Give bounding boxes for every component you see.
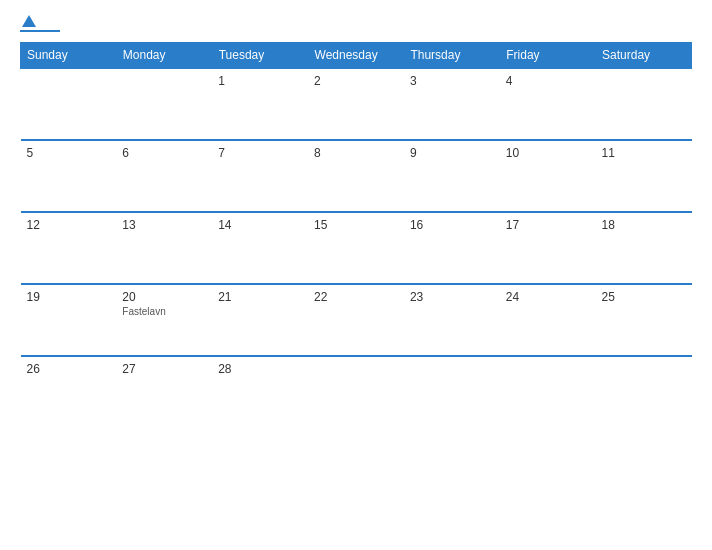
calendar-cell: 13 xyxy=(116,212,212,284)
calendar-cell: 3 xyxy=(404,68,500,140)
calendar-cell: 5 xyxy=(21,140,117,212)
logo xyxy=(20,15,60,32)
calendar-cell: 22 xyxy=(308,284,404,356)
logo-triangle-icon xyxy=(22,15,36,27)
calendar-table: SundayMondayTuesdayWednesdayThursdayFrid… xyxy=(20,42,692,428)
weekday-header-saturday: Saturday xyxy=(596,43,692,69)
calendar-cell: 4 xyxy=(500,68,596,140)
day-number: 13 xyxy=(122,218,135,232)
day-number: 15 xyxy=(314,218,327,232)
calendar-cell: 23 xyxy=(404,284,500,356)
day-number: 27 xyxy=(122,362,135,376)
calendar-container: SundayMondayTuesdayWednesdayThursdayFrid… xyxy=(0,0,712,550)
weekday-header: SundayMondayTuesdayWednesdayThursdayFrid… xyxy=(21,43,692,69)
calendar-cell xyxy=(500,356,596,428)
weekday-header-monday: Monday xyxy=(116,43,212,69)
calendar-cell: 18 xyxy=(596,212,692,284)
calendar-cell: 15 xyxy=(308,212,404,284)
calendar-cell: 24 xyxy=(500,284,596,356)
day-number: 3 xyxy=(410,74,417,88)
logo-line xyxy=(20,30,60,32)
calendar-cell: 19 xyxy=(21,284,117,356)
day-number: 5 xyxy=(27,146,34,160)
calendar-week-row: 567891011 xyxy=(21,140,692,212)
day-number: 25 xyxy=(602,290,615,304)
calendar-cell: 1 xyxy=(212,68,308,140)
calendar-cell: 25 xyxy=(596,284,692,356)
day-number: 22 xyxy=(314,290,327,304)
day-number: 7 xyxy=(218,146,225,160)
day-number: 18 xyxy=(602,218,615,232)
calendar-cell xyxy=(596,356,692,428)
calendar-cell: 7 xyxy=(212,140,308,212)
calendar-cell: 2 xyxy=(308,68,404,140)
calendar-cell: 21 xyxy=(212,284,308,356)
holiday-label: Fastelavn xyxy=(122,306,206,317)
calendar-cell: 11 xyxy=(596,140,692,212)
calendar-week-row: 12131415161718 xyxy=(21,212,692,284)
day-number: 4 xyxy=(506,74,513,88)
calendar-cell xyxy=(596,68,692,140)
day-number: 8 xyxy=(314,146,321,160)
day-number: 6 xyxy=(122,146,129,160)
day-number: 10 xyxy=(506,146,519,160)
day-number: 9 xyxy=(410,146,417,160)
weekday-header-wednesday: Wednesday xyxy=(308,43,404,69)
day-number: 24 xyxy=(506,290,519,304)
weekday-header-thursday: Thursday xyxy=(404,43,500,69)
calendar-header-row: SundayMondayTuesdayWednesdayThursdayFrid… xyxy=(21,43,692,69)
day-number: 21 xyxy=(218,290,231,304)
calendar-cell: 20Fastelavn xyxy=(116,284,212,356)
calendar-cell xyxy=(404,356,500,428)
day-number: 28 xyxy=(218,362,231,376)
calendar-cell: 6 xyxy=(116,140,212,212)
calendar-cell: 14 xyxy=(212,212,308,284)
calendar-week-row: 262728 xyxy=(21,356,692,428)
calendar-cell: 26 xyxy=(21,356,117,428)
calendar-cell xyxy=(308,356,404,428)
day-number: 26 xyxy=(27,362,40,376)
calendar-week-row: 1234 xyxy=(21,68,692,140)
calendar-cell xyxy=(21,68,117,140)
day-number: 12 xyxy=(27,218,40,232)
calendar-body: 1234567891011121314151617181920Fastelavn… xyxy=(21,68,692,428)
weekday-header-friday: Friday xyxy=(500,43,596,69)
day-number: 11 xyxy=(602,146,615,160)
calendar-cell: 27 xyxy=(116,356,212,428)
calendar-cell: 9 xyxy=(404,140,500,212)
day-number: 16 xyxy=(410,218,423,232)
calendar-header xyxy=(20,15,692,32)
calendar-cell: 8 xyxy=(308,140,404,212)
calendar-cell: 17 xyxy=(500,212,596,284)
weekday-header-sunday: Sunday xyxy=(21,43,117,69)
calendar-cell: 16 xyxy=(404,212,500,284)
calendar-cell: 12 xyxy=(21,212,117,284)
day-number: 1 xyxy=(218,74,225,88)
day-number: 23 xyxy=(410,290,423,304)
day-number: 17 xyxy=(506,218,519,232)
calendar-week-row: 1920Fastelavn2122232425 xyxy=(21,284,692,356)
day-number: 20 xyxy=(122,290,135,304)
calendar-cell xyxy=(116,68,212,140)
weekday-header-tuesday: Tuesday xyxy=(212,43,308,69)
calendar-cell: 28 xyxy=(212,356,308,428)
day-number: 2 xyxy=(314,74,321,88)
day-number: 19 xyxy=(27,290,40,304)
calendar-cell: 10 xyxy=(500,140,596,212)
day-number: 14 xyxy=(218,218,231,232)
